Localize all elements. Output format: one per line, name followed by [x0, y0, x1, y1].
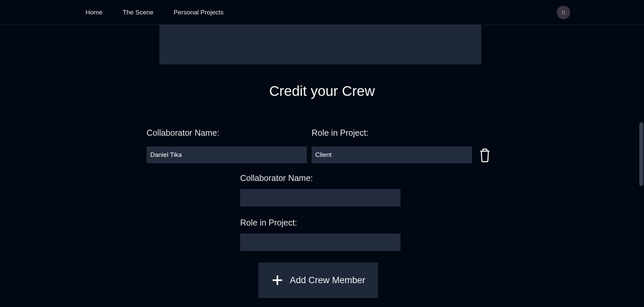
add-crew-label: Add Crew Member — [290, 275, 365, 286]
new-collaborator-name-label: Collaborator Name: — [240, 173, 644, 183]
avatar[interactable]: D — [557, 6, 570, 19]
crew-row: Collaborator Name: Role in Project: — [147, 128, 644, 163]
add-crew-button[interactable]: Add Crew Member — [258, 262, 378, 298]
new-name-field-group: Collaborator Name: — [240, 173, 644, 206]
field-group-role: Role in Project: — [312, 128, 472, 163]
field-group-name: Collaborator Name: — [147, 128, 307, 163]
scrollbar[interactable] — [639, 25, 644, 307]
new-role-label: Role in Project: — [240, 218, 644, 228]
nav-link-projects[interactable]: Personal Projects — [174, 9, 224, 16]
role-input[interactable] — [312, 146, 472, 163]
nav-link-scene[interactable]: The Scene — [123, 9, 154, 16]
scrollbar-thumb[interactable] — [639, 122, 643, 186]
nav-links: Home The Scene Personal Projects — [86, 9, 224, 16]
role-label: Role in Project: — [312, 128, 472, 138]
plus-icon — [271, 274, 284, 287]
content-area: Credit your Crew Collaborator Name: Role… — [0, 25, 644, 298]
new-crew-form: Collaborator Name: Role in Project: — [240, 173, 644, 251]
preview-block — [159, 25, 481, 64]
collaborator-name-label: Collaborator Name: — [147, 128, 307, 138]
top-nav: Home The Scene Personal Projects D — [0, 0, 644, 25]
collaborator-name-input[interactable] — [147, 146, 307, 163]
nav-link-home[interactable]: Home — [86, 9, 103, 16]
new-role-field-group: Role in Project: — [240, 218, 644, 251]
new-collaborator-name-input[interactable] — [240, 189, 400, 206]
section-title: Credit your Crew — [0, 83, 644, 99]
trash-icon — [479, 148, 491, 162]
new-role-input[interactable] — [240, 234, 400, 251]
delete-button[interactable] — [477, 147, 493, 163]
